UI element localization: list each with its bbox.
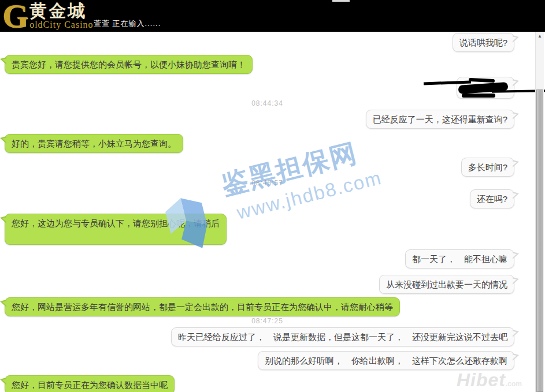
message-text: 好的，贵宾请您稍等，小妹立马为您查询。 [12,139,176,148]
watermark-url: www.jhdb8.com [235,167,384,224]
scroll-up-arrow-icon[interactable]: ▲ [536,32,544,41]
timestamp: 08:44:34 [0,99,535,107]
message-text: 已经反应了一天，这还得重新查询? [373,114,507,124]
chat-row: 从来没碰到过出款要一天的情况 [379,275,514,294]
message-text: 都一天了， 能不担心嘛 [412,254,507,264]
message-text: 贵宾您好，请您提供您的会员帐号，以便小妹协助您查询唷！ [12,59,246,69]
chat-bubble-user: 已经反应了一天，这还得重新查询? [366,110,514,129]
message-text: 还在吗? [477,194,507,204]
chat-row: 别说的那么好听啊， 你给出款啊， 这样下次怎么还敢存款啊 [258,351,514,370]
chat-bubble-user: 都一天了， 能不担心嘛 [405,249,514,268]
gold-g-logo-icon: G [0,0,29,32]
chat-row: 您好，这边为您与专员确认下，请您别担心呢，请稍后 [5,214,227,245]
chat-row: 您好，网站是营运多年有信誉的网站，都是一定会出款的，目前专员正在为您确认中，请您… [5,297,400,316]
chat-row: 说话哄我呢? [453,33,514,52]
brand-logo: G 黄金城 oldCity Casino [0,0,94,32]
message-text: 您好，这边为您与专员确认下，请您别担心呢，请稍后 [12,218,220,228]
chat-row: 贵宾您好，请您提供您的会员帐号，以便小妹协助您查询唷！ [5,55,253,74]
chat-row: 已经反应了一天，这还得重新查询? [366,110,514,129]
corner-watermark: Hibet.com [457,369,522,391]
message-text: 说话哄我呢? [459,38,507,47]
chat-row: 好的，贵宾请您稍等，小妹立马为您查询。 [5,134,183,153]
chat-row: 您好，目前专员正在为您确认数据当中呢 [5,375,175,392]
chat-bubble-user: 昨天已经给反应过了， 说是更新数据，但是这都一天了， 还没更新完这说不过去吧 [171,327,514,346]
message-text: 多长时间? [468,162,507,172]
chat-bubble-agent: 您好，这边为您与专员确认下，请您别担心呢，请稍后 [5,214,227,245]
chat-bubble-agent: 您好，目前专员正在为您确认数据当中呢 [5,375,175,392]
chat-row: 多长时间? [461,158,514,177]
chat-window: G 黄金城 oldCity Casino 萱萱 正在输入...... ▲ 说话哄… [0,0,545,392]
message-text: 您好，目前专员正在为您确认数据当中呢 [12,380,168,390]
corner-watermark-suffix: .com [506,380,522,388]
message-text: 昨天已经给反应过了， 说是更新数据，但是这都一天了， 还没更新完这说不过去吧 [178,332,507,342]
chat-bubble-user: 还在吗? [470,189,514,208]
message-text: 从来没碰到过出款要一天的情况 [386,279,507,289]
redaction-scribble [462,94,495,98]
corner-watermark-text: Hibet [457,369,506,390]
chat-bubble-agent: 您好，网站是营运多年有信誉的网站，都是一定会出款的，目前专员正在为您确认中，请您… [5,297,400,316]
chat-row: 还在吗? [470,189,514,208]
redaction-scribble [469,78,495,83]
chat-scrollbar[interactable]: ▲ [535,32,544,392]
message-text: 别说的那么好听啊， 你给出款啊， 这样下次怎么还敢存款啊 [265,356,507,365]
chat-bubble-user: 多长时间? [461,158,514,177]
chat-row: 都一天了， 能不担心嘛 [405,249,514,268]
watermark-title: 鉴黑担保网 [218,131,379,204]
chat-bubble-user: 别说的那么好听啊， 你给出款啊， 这样下次怎么还敢存款啊 [258,351,514,370]
scrollbar-thumb[interactable] [536,89,543,392]
timestamp: 08:47:25 [0,317,535,325]
brand-name-chinese: 黄金城 [29,2,93,20]
chat-bubble-agent: 贵宾您好，请您提供您的会员帐号，以便小妹协助您查询唷！ [5,55,253,74]
chat-row [457,77,514,101]
chat-bubble-user: 从来没碰到过出款要一天的情况 [379,275,514,294]
chat-bubble-agent: 好的，贵宾请您稍等，小妹立马为您查询。 [5,134,183,153]
chat-row: 昨天已经给反应过了， 说是更新数据，但是这都一天了， 还没更新完这说不过去吧 [171,327,514,346]
message-text: 您好，网站是营运多年有信誉的网站，都是一定会出款的，目前专员正在为您确认中，请您… [12,302,393,312]
brand-name-english: oldCity Casino [29,20,93,29]
chat-bubble-user: 说话哄我呢? [453,33,514,52]
typing-status: 萱萱 正在输入...... [94,18,161,29]
window-edge-artifact [332,0,350,2]
chat-bubble-user-redacted [457,77,514,99]
timestamp: 08:45:57 [0,179,535,187]
header-bar: G 黄金城 oldCity Casino 萱萱 正在输入...... [0,0,545,32]
